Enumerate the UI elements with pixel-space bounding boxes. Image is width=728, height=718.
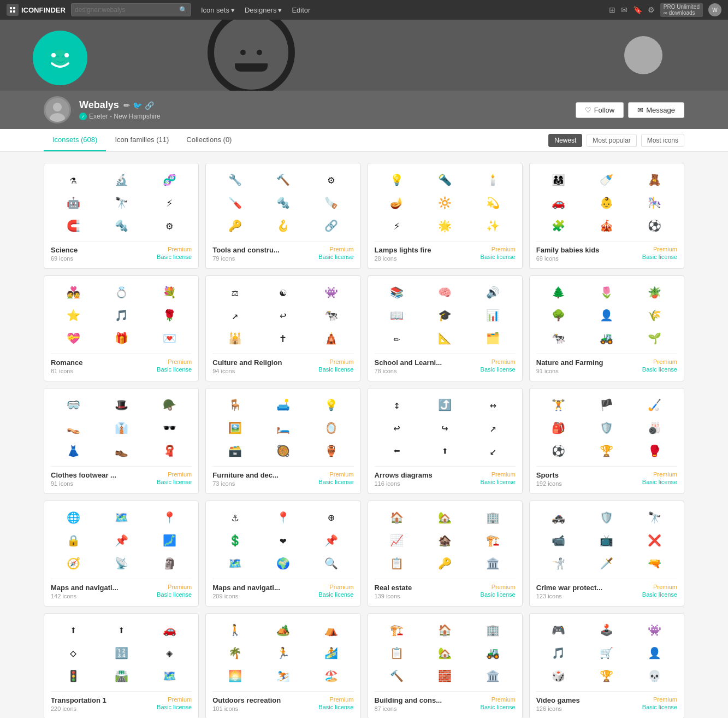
twitter-icon[interactable]: 🐦 xyxy=(133,101,142,110)
follow-button[interactable]: ♡ Follow xyxy=(576,102,624,118)
mail-icon[interactable]: ✉ xyxy=(621,5,628,14)
avatar[interactable]: W xyxy=(708,3,721,16)
nav-iconsets[interactable]: Icon sets ▾ xyxy=(197,4,239,16)
icon-cell: 💫 xyxy=(483,193,503,213)
search-icon[interactable]: 🔍 xyxy=(179,6,187,14)
logo[interactable]: ICONFINDER xyxy=(7,4,66,16)
icon-cell: 🔢 xyxy=(111,643,131,663)
icon-card[interactable]: 📚🧠🔊📖🎓📊✏️📐🗂️School and Learni...78 iconsP… xyxy=(368,275,523,381)
bookmark-icon[interactable]: 🔖 xyxy=(633,5,642,14)
icon-card[interactable]: 🌐🗺️📍🔒📌🗾🧭📡🗿Maps and navigati...142 iconsP… xyxy=(44,501,199,607)
icon-card[interactable]: 🪑🛋️💡🖼️🛏️🪞🗃️🥘🏺Furniture and dec...73 icon… xyxy=(205,388,360,494)
grid-icon[interactable]: ⊞ xyxy=(609,5,615,14)
icon-cell: 🗺️ xyxy=(159,666,179,686)
tab-collections[interactable]: Collections (0) xyxy=(177,129,240,151)
card-title: Romance xyxy=(51,358,83,367)
icon-cell: 🤖 xyxy=(63,193,83,213)
sort-popular[interactable]: Most popular xyxy=(587,134,636,147)
icon-card[interactable]: ⚖️☯️👾↗️↩️🐄🕌✝️🛕Culture and Religion94 ico… xyxy=(205,275,360,381)
icon-cell: ◈ xyxy=(159,643,179,663)
search-bar[interactable]: 🔍 xyxy=(71,3,191,16)
icon-cell: 👤 xyxy=(645,643,665,663)
icon-cell: 👗 xyxy=(63,441,83,461)
card-right: PremiumBasic license xyxy=(318,696,353,710)
settings-icon[interactable]: ⚙ xyxy=(648,5,655,14)
icon-cell: 🛡️ xyxy=(597,508,617,527)
link-icon[interactable]: 🔗 xyxy=(145,101,154,110)
icon-cell: 💌 xyxy=(159,328,179,348)
icon-cell: 🎓 xyxy=(435,305,455,325)
badge-premium: Premium xyxy=(318,246,353,252)
icon-preview: ⬆️⬆️🚗◇🔢◈🚦🛣️🗺️ xyxy=(51,620,192,686)
tab-iconsets-label: Iconsets (608) xyxy=(52,136,97,144)
sort-most-icons[interactable]: Most icons xyxy=(641,134,684,147)
icon-card[interactable]: ⚗️🔬🧬🤖🔭⚡🧲🔩⚙️Science69 iconsPremiumBasic l… xyxy=(44,163,199,269)
icon-cell: 🔫 xyxy=(645,554,665,573)
tab-iconsets[interactable]: Iconsets (608) xyxy=(44,129,106,151)
tab-icon-families[interactable]: Icon families (11) xyxy=(106,129,177,151)
card-count: 91 icons xyxy=(536,368,603,374)
icon-cell: 📍 xyxy=(273,508,293,527)
sort-most-icons-label: Most icons xyxy=(647,137,678,144)
card-count: 192 icons xyxy=(536,480,562,487)
badge-license: Basic license xyxy=(481,704,516,710)
icon-cell: 📊 xyxy=(483,305,503,325)
icon-cell: 👤 xyxy=(597,305,617,325)
icon-cell: 🏆 xyxy=(597,441,617,461)
icon-card[interactable]: 🏗️🏠🏢📋🏡🚜🔨🧱🏛️Building and cons...87 iconsP… xyxy=(368,613,523,718)
card-count: 126 icons xyxy=(536,705,580,712)
icon-cell: ⛺ xyxy=(321,620,341,640)
icon-card[interactable]: 🚶🏕️⛺🌴🏃🏄🌅⛷️🏖️Outdoors recreation101 icons… xyxy=(205,613,360,718)
icon-card[interactable]: ↕️⤴️↔️↩️↪️↗️⬅️⬆️↙️Arrows diagrams116 ico… xyxy=(368,388,523,494)
icon-card[interactable]: 🏋️🏴🏑🎒🛡️🎳⚽🏆🥊Sports192 iconsPremiumBasic l… xyxy=(529,388,684,494)
card-info-left: Nature and Farming91 icons xyxy=(536,358,603,374)
icon-card[interactable]: 🌲🌷🪴🌳👤🌾🐄🚜🌱Nature and Farming91 iconsPremi… xyxy=(529,275,684,381)
card-info-left: Maps and navigati...142 icons xyxy=(51,584,119,599)
badge-premium: Premium xyxy=(642,246,677,252)
edit-icon[interactable]: ✏ xyxy=(123,101,130,110)
icon-card[interactable]: 💑💍💐⭐🎵🌹💝🎁💌Romance81 iconsPremiumBasic lic… xyxy=(44,275,199,381)
chevron-down-icon: ▾ xyxy=(231,6,235,14)
icon-cell: 🌱 xyxy=(645,328,665,348)
profile-banner: 😊 xyxy=(0,20,728,91)
icon-card[interactable]: 💡🔦🕯️🪔🔆💫⚡🌟✨Lamps lights fire28 iconsPremi… xyxy=(368,163,523,269)
icon-card[interactable]: 🔧🔨⚙️🪛🔩🪚🔑🪝🔗Tools and constru...79 iconsPr… xyxy=(205,163,360,269)
search-input[interactable] xyxy=(75,6,179,14)
icon-cell: 💝 xyxy=(63,328,83,348)
icon-cell: 🕌 xyxy=(225,328,245,348)
card-info-left: School and Learni...78 icons xyxy=(375,358,442,374)
badge-license: Basic license xyxy=(318,479,353,485)
card-count: 209 icons xyxy=(212,593,280,599)
icon-card[interactable]: 🏠🏡🏢📈🏚️🏗️📋🔑🏛️Real estate139 iconsPremiumB… xyxy=(368,501,523,607)
icon-cell: 🔗 xyxy=(321,216,341,236)
card-info-left: Science69 icons xyxy=(51,246,78,262)
icon-card[interactable]: 🚓🛡️🔭📹📺❌🤺🗡️🔫Crime war protect...123 icons… xyxy=(529,501,684,607)
icon-cell: 🥘 xyxy=(273,441,293,461)
icon-cell: 🛒 xyxy=(597,643,617,663)
card-title: Transportation 1 xyxy=(51,696,106,704)
nav-designers[interactable]: Designers ▾ xyxy=(240,4,287,16)
icon-preview: 🎮🕹️👾🎵🛒👤🎲🏆💀 xyxy=(536,620,677,686)
card-footer: Building and cons...87 iconsPremiumBasic… xyxy=(375,691,516,712)
icon-cell: 🛕 xyxy=(321,328,341,348)
icon-cell: 🪞 xyxy=(321,418,341,438)
icon-card[interactable]: 👨‍👩‍👧🍼🧸🚗👶🎠🧩🎪⚽Family babies kids69 iconsP… xyxy=(529,163,684,269)
message-button[interactable]: ✉ Message xyxy=(628,102,684,118)
card-title: Building and cons... xyxy=(375,696,442,704)
badge-license: Basic license xyxy=(157,591,192,598)
nav-designers-label: Designers xyxy=(245,6,277,14)
tab-families-label: Icon families (11) xyxy=(115,136,169,144)
card-count: 139 icons xyxy=(375,593,412,599)
icon-cell: 📋 xyxy=(387,554,407,573)
icon-card[interactable]: 🥽🎩🪖👡👔🕶️👗👞🧣Clothes footwear ...91 iconsPr… xyxy=(44,388,199,494)
icon-card[interactable]: 🎮🕹️👾🎵🛒👤🎲🏆💀Video games126 iconsPremiumBas… xyxy=(529,613,684,718)
icon-card[interactable]: ⬆️⬆️🚗◇🔢◈🚦🛣️🗺️Transportation 1220 iconsPr… xyxy=(44,613,199,718)
card-right: PremiumBasic license xyxy=(157,358,192,373)
nav-editor[interactable]: Editor xyxy=(287,4,315,16)
icon-card[interactable]: ⚓📍⊕💲❤️📌🗺️🌍🔍Maps and navigati...209 icons… xyxy=(205,501,360,607)
badge-premium: Premium xyxy=(157,471,192,478)
logo-text: ICONFINDER xyxy=(21,6,66,14)
icon-cell: 🎵 xyxy=(549,643,569,663)
icon-cell: 🧸 xyxy=(645,170,665,190)
sort-newest[interactable]: Newest xyxy=(548,134,582,147)
